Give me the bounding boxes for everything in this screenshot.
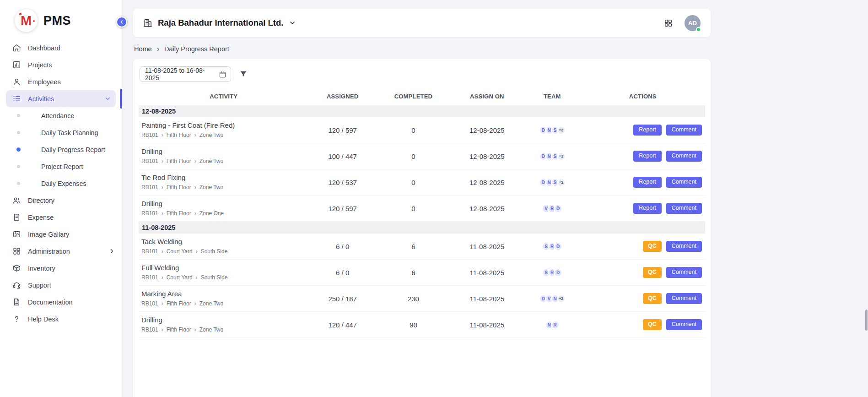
employees-icon [12, 77, 21, 86]
sidebar-subitem-attendance[interactable]: Attendance [0, 107, 122, 124]
activity-row: DrillingRB101Fifth FloorZone Two100 / 44… [139, 143, 705, 169]
sidebar-item-support[interactable]: Support [0, 277, 122, 294]
chevron-down-icon [104, 95, 111, 102]
qc-button[interactable]: QC [643, 319, 662, 330]
report-button[interactable]: Report [633, 151, 662, 162]
apps-grid-button[interactable] [664, 19, 673, 27]
active-indicator [120, 89, 122, 109]
date-range-input[interactable]: 11-08-2025 to 16-08-2025 [140, 66, 231, 82]
company-selector[interactable]: Raja Bahadur International Ltd. [143, 18, 296, 28]
assign-on-cell: 12-08-2025 [450, 117, 524, 143]
comment-button[interactable]: Comment [666, 241, 702, 252]
path-segment: RB101 [141, 248, 158, 255]
sidebar-subitem-daily-task-planning[interactable]: Daily Task Planning [0, 124, 122, 141]
sidebar-subitem-project-report[interactable]: Project Report [0, 158, 122, 175]
sidebar-subitem-daily-expenses[interactable]: Daily Expenses [0, 175, 122, 192]
filter-row: 11-08-2025 to 16-08-2025 [139, 65, 705, 87]
report-button[interactable]: Report [633, 177, 662, 188]
sidebar-item-activities[interactable]: Activities [6, 90, 116, 107]
sidebar-item-directory[interactable]: Directory [0, 192, 122, 209]
chevron-separator-icon [157, 45, 159, 53]
team-extra-count[interactable]: +2 [557, 178, 566, 187]
vertical-scrollbar[interactable] [865, 310, 868, 331]
sidebar-item-label: Documentation [28, 299, 73, 306]
sidebar-item-label: Activities [28, 95, 54, 103]
team-cell: DNS+2 [524, 169, 581, 196]
qc-button[interactable]: QC [643, 241, 662, 252]
team-cell: SRD [524, 260, 581, 286]
team-avatar[interactable]: D [554, 242, 562, 251]
directory-icon [12, 196, 21, 205]
sidebar-item-expense[interactable]: Expense [0, 209, 122, 226]
qc-button[interactable]: QC [643, 293, 662, 304]
chevron-separator-icon [194, 326, 196, 333]
report-button[interactable]: Report [633, 125, 662, 136]
sidebar-subitem-label: Daily Expenses [41, 180, 86, 187]
comment-button[interactable]: Comment [666, 125, 702, 136]
path-segment: Zone Two [199, 300, 223, 307]
activity-row: Marking AreaRB101Fifth FloorZone Two250 … [139, 286, 705, 312]
sidebar-item-employees[interactable]: Employees [0, 73, 122, 90]
sidebar-subitem-daily-progress-report[interactable]: Daily Progress Report [0, 141, 122, 158]
team-avatar[interactable]: R [551, 321, 560, 329]
comment-button[interactable]: Comment [666, 177, 702, 188]
report-button[interactable]: Report [633, 203, 662, 214]
calendar-icon [219, 71, 226, 78]
sidebar-nav: DashboardProjectsEmployeesActivitiesAtte… [0, 39, 122, 327]
date-group-row: 11-08-2025 [139, 222, 705, 234]
breadcrumb: Home Daily Progress Report [134, 45, 868, 53]
online-status-dot [696, 27, 701, 32]
activity-name: Drilling [141, 147, 306, 155]
comment-button[interactable]: Comment [666, 267, 702, 278]
path-segment: Fifth Floor [167, 158, 191, 164]
path-segment: RB101 [141, 210, 158, 217]
sidebar-item-inventory[interactable]: Inventory [0, 260, 122, 277]
activity-cell: Tie Rod FixingRB101Fifth FloorZone Two [139, 169, 308, 196]
building-icon [143, 18, 152, 27]
activity-name: Painting - First Coat (Fire Red) [141, 121, 306, 129]
activity-cell: Painting - First Coat (Fire Red)RB101Fif… [139, 117, 308, 143]
team-cell: VRD [524, 196, 581, 222]
comment-button[interactable]: Comment [666, 203, 702, 214]
completed-cell: 6 [377, 260, 450, 286]
assign-on-cell: 12-08-2025 [450, 196, 524, 222]
team-extra-count[interactable]: +2 [557, 152, 566, 161]
sidebar-collapse-button[interactable] [116, 16, 127, 27]
chevron-separator-icon [194, 158, 196, 164]
qc-button[interactable]: QC [643, 267, 662, 278]
sidebar-item-projects[interactable]: Projects [0, 56, 122, 73]
team-extra-count[interactable]: +2 [557, 126, 566, 135]
team-cell: DNS+2 [524, 117, 581, 143]
team-avatar[interactable]: D [554, 204, 562, 213]
filter-button[interactable] [239, 70, 248, 79]
sidebar-item-dashboard[interactable]: Dashboard [0, 39, 122, 56]
row-actions: ReportComment [581, 151, 705, 162]
team-avatars: DNS+2 [524, 152, 580, 161]
sidebar-item-image-gallary[interactable]: Image Gallary [0, 226, 122, 243]
team-cell: SRD [524, 234, 581, 260]
chevron-separator-icon [162, 274, 163, 281]
sidebar-item-administration[interactable]: Administration [0, 243, 122, 260]
team-avatar[interactable]: D [554, 268, 562, 277]
date-group-label: 12-08-2025 [139, 105, 705, 117]
user-avatar[interactable]: AD [685, 15, 701, 31]
assigned-cell: 120 / 597 [308, 196, 377, 222]
sidebar-item-help-desk[interactable]: Help Desk [0, 310, 122, 327]
sidebar-item-documentation[interactable]: Documentation [0, 294, 122, 310]
team-extra-count[interactable]: +2 [557, 294, 566, 303]
comment-button[interactable]: Comment [666, 319, 702, 330]
chevron-separator-icon [162, 326, 163, 333]
comment-button[interactable]: Comment [666, 293, 702, 304]
comment-button[interactable]: Comment [666, 151, 702, 162]
sidebar-item-label: Support [28, 282, 51, 289]
logo-mark-icon: M [15, 9, 38, 32]
chevron-separator-icon [196, 274, 198, 281]
actions-cell: QCComment [581, 312, 705, 338]
path-segment: RB101 [141, 158, 158, 164]
column-header-team: TEAM [524, 87, 581, 105]
breadcrumb-home[interactable]: Home [134, 45, 152, 53]
actions-cell: ReportComment [581, 196, 705, 222]
path-segment: South Side [201, 248, 228, 255]
column-header-completed: COMPLETED [377, 87, 450, 105]
chevron-separator-icon [162, 300, 163, 307]
